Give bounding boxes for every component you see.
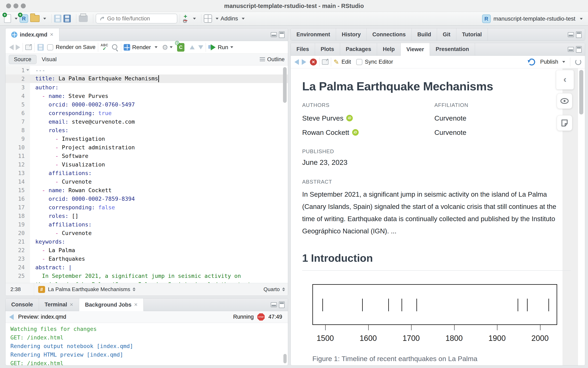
tab-history[interactable]: History bbox=[336, 28, 367, 41]
publish-dropdown[interactable] bbox=[562, 61, 565, 63]
addins-button[interactable]: Addins bbox=[220, 15, 238, 22]
save-icon[interactable] bbox=[54, 15, 61, 22]
tab-presentation[interactable]: Presentation bbox=[430, 43, 475, 55]
code-line[interactable]: 15 - name: Rowan Cockett bbox=[6, 186, 288, 194]
tab-terminal[interactable]: Terminal✕ bbox=[39, 298, 79, 311]
run-icon[interactable] bbox=[208, 44, 216, 50]
back-icon[interactable] bbox=[9, 45, 14, 50]
new-file-dropdown[interactable] bbox=[15, 18, 18, 19]
code-line[interactable]: 20 - Curvenote bbox=[6, 229, 288, 237]
tab-connections[interactable]: Connections bbox=[367, 28, 412, 41]
tab-help[interactable]: Help bbox=[377, 43, 401, 55]
code-line[interactable]: 24abstract: | bbox=[6, 263, 288, 272]
open-file-icon[interactable] bbox=[30, 15, 40, 22]
code-line[interactable]: 7 email: steve@curvenote.com bbox=[6, 117, 288, 126]
maximize-pane-icon[interactable] bbox=[279, 31, 285, 38]
open-file-dropdown[interactable] bbox=[43, 18, 46, 19]
minimize-pane-icon[interactable] bbox=[271, 302, 277, 307]
tab-build[interactable]: Build bbox=[412, 28, 437, 41]
orcid-icon[interactable]: iD bbox=[352, 129, 359, 136]
maximize-pane-icon[interactable] bbox=[279, 302, 285, 308]
language-mode[interactable]: Quarto bbox=[264, 286, 280, 293]
code-line[interactable]: 19 affiliations: bbox=[6, 220, 288, 229]
code-line[interactable]: 9 - Investigation bbox=[6, 134, 288, 143]
section-picker[interactable]: La Palma Earthquake Mechanisms bbox=[48, 286, 130, 293]
open-in-browser-icon[interactable] bbox=[322, 59, 329, 65]
editor-scrollbar[interactable] bbox=[283, 67, 287, 103]
insert-chunk-button[interactable]: C+ bbox=[177, 43, 184, 52]
viewer-scrollbar[interactable] bbox=[579, 70, 583, 114]
run-dropdown[interactable] bbox=[230, 46, 233, 48]
tab-tutorial[interactable]: Tutorial bbox=[456, 28, 488, 41]
project-dropdown[interactable] bbox=[580, 18, 583, 20]
edit-button[interactable]: Edit bbox=[341, 59, 351, 65]
version-control-dropdown[interactable] bbox=[193, 18, 196, 19]
viewer-content[interactable]: La Palma Earthquake Mechanisms AUTHORS S… bbox=[291, 68, 585, 365]
close-tab-icon[interactable]: ✕ bbox=[50, 32, 54, 37]
publish-button[interactable]: Publish bbox=[540, 59, 558, 65]
code-line[interactable]: 22 - La Palma bbox=[6, 246, 288, 254]
code-line[interactable]: 12 - Visualization bbox=[6, 160, 288, 169]
section-updown-icon[interactable] bbox=[133, 287, 136, 291]
minimize-pane-icon[interactable] bbox=[568, 32, 574, 37]
stop-job-icon[interactable]: STOP bbox=[257, 313, 265, 321]
code-line[interactable]: 18 roles: [] bbox=[6, 212, 288, 220]
open-in-new-window-icon[interactable] bbox=[25, 45, 32, 50]
close-tab-icon[interactable]: ✕ bbox=[134, 302, 138, 307]
search-icon[interactable] bbox=[112, 44, 119, 51]
minimize-pane-icon[interactable] bbox=[271, 32, 277, 37]
tab-index-qmd[interactable]: index.qmd ✕ bbox=[6, 28, 59, 41]
tab-git[interactable]: Git bbox=[437, 28, 456, 41]
save-all-icon[interactable] bbox=[64, 15, 71, 22]
code-line[interactable]: 23 - Earthquakes bbox=[6, 254, 288, 263]
back-icon[interactable] bbox=[9, 314, 14, 320]
goto-file-input[interactable] bbox=[107, 16, 168, 22]
tab-background-jobs[interactable]: Background Jobs✕ bbox=[79, 298, 143, 311]
maximize-pane-icon[interactable] bbox=[576, 46, 582, 53]
tab-viewer[interactable]: Viewer bbox=[401, 43, 430, 56]
addins-dropdown[interactable] bbox=[242, 18, 245, 19]
gear-icon[interactable]: ⚙ bbox=[162, 43, 168, 51]
outline-toggle[interactable]: Outline bbox=[260, 56, 285, 63]
tab-console[interactable]: Console bbox=[6, 298, 39, 311]
code-line[interactable]: 8 roles: bbox=[6, 126, 288, 134]
go-next-section-icon[interactable] bbox=[198, 45, 203, 49]
new-file-icon[interactable]: + bbox=[4, 14, 11, 23]
code-line[interactable]: 3author: bbox=[6, 83, 288, 92]
mode-updown-icon[interactable] bbox=[282, 287, 285, 291]
forward-icon[interactable] bbox=[16, 45, 20, 50]
maximize-pane-icon[interactable] bbox=[576, 31, 582, 38]
code-line[interactable]: 10 - Project administration bbox=[6, 143, 288, 152]
code-line[interactable]: 21keywords: bbox=[6, 237, 288, 246]
show-annotations-button[interactable] bbox=[557, 93, 572, 109]
version-control-icon[interactable]: +−G bbox=[182, 14, 189, 23]
code-line[interactable]: 16 orcid: 0000-0002-7859-8394 bbox=[6, 194, 288, 203]
viewer-back-icon[interactable] bbox=[294, 59, 299, 65]
code-editor[interactable]: 1---2title: La Palma Earthquake Mechanis… bbox=[6, 66, 288, 283]
new-project-icon[interactable]: R+ bbox=[19, 14, 28, 23]
code-line[interactable]: 17 corresponding: false bbox=[6, 203, 288, 212]
code-line[interactable]: 25 In September 2021, a significant jump… bbox=[6, 272, 288, 280]
visual-mode-button[interactable]: Visual bbox=[37, 55, 62, 64]
minimize-pane-icon[interactable] bbox=[568, 47, 574, 52]
add-note-button[interactable] bbox=[557, 115, 572, 131]
code-line[interactable]: 14 - Curvenote bbox=[6, 177, 288, 186]
orcid-icon[interactable]: iD bbox=[346, 115, 353, 121]
options-dropdown[interactable] bbox=[170, 46, 173, 48]
console-output[interactable]: Watching files for changesGET: /index.ht… bbox=[6, 323, 288, 365]
tab-plots[interactable]: Plots bbox=[315, 43, 340, 55]
tab-packages[interactable]: Packages bbox=[340, 43, 377, 55]
clear-viewer-icon[interactable]: ✕ bbox=[310, 59, 317, 65]
save-icon[interactable] bbox=[37, 44, 44, 50]
render-icon[interactable] bbox=[124, 44, 130, 51]
code-line[interactable]: 11 - Software bbox=[6, 152, 288, 160]
code-line[interactable]: 4 - name: Steve Purves bbox=[6, 92, 288, 100]
print-icon[interactable] bbox=[79, 15, 88, 22]
viewer-forward-icon[interactable] bbox=[302, 59, 306, 65]
code-line[interactable]: 13 affiliations: bbox=[6, 169, 288, 177]
pane-layout-icon[interactable] bbox=[204, 15, 212, 23]
project-selector[interactable]: R manuscript-template-rstudio-test bbox=[482, 12, 583, 26]
code-line[interactable]: 6 corresponding: true bbox=[6, 109, 288, 117]
run-button[interactable]: Run bbox=[218, 44, 228, 51]
edit-icon[interactable]: ✎ bbox=[334, 58, 339, 66]
